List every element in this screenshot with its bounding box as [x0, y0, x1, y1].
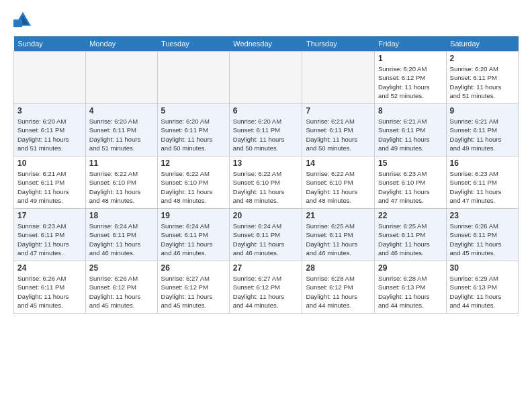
- day-info: Sunrise: 6:20 AM Sunset: 6:11 PM Dayligh…: [233, 117, 299, 152]
- day-number: 30: [450, 263, 515, 273]
- day-info: Sunrise: 6:25 AM Sunset: 6:11 PM Dayligh…: [306, 222, 371, 257]
- week-row-3: 10Sunrise: 6:21 AM Sunset: 6:11 PM Dayli…: [14, 156, 519, 209]
- day-info: Sunrise: 6:25 AM Sunset: 6:11 PM Dayligh…: [378, 222, 443, 257]
- calendar-cell: 26Sunrise: 6:27 AM Sunset: 6:12 PM Dayli…: [157, 261, 229, 314]
- day-number: 22: [378, 211, 443, 220]
- calendar-cell: 17Sunrise: 6:23 AM Sunset: 6:11 PM Dayli…: [14, 209, 86, 261]
- day-info: Sunrise: 6:20 AM Sunset: 6:11 PM Dayligh…: [17, 117, 82, 152]
- calendar-cell: [229, 52, 302, 104]
- day-number: 18: [89, 211, 154, 220]
- day-number: 27: [233, 263, 299, 273]
- day-number: 13: [233, 158, 299, 168]
- day-info: Sunrise: 6:22 AM Sunset: 6:10 PM Dayligh…: [89, 169, 154, 205]
- calendar-cell: 3Sunrise: 6:20 AM Sunset: 6:11 PM Daylig…: [14, 104, 86, 156]
- day-info: Sunrise: 6:24 AM Sunset: 6:11 PM Dayligh…: [89, 222, 154, 257]
- day-number: 28: [306, 263, 371, 273]
- weekday-header-sunday: Sunday: [14, 36, 86, 52]
- day-number: 7: [306, 106, 371, 116]
- logo: [13, 11, 35, 30]
- calendar-cell: [85, 52, 157, 104]
- calendar-cell: [14, 52, 86, 104]
- day-number: 16: [450, 158, 515, 168]
- calendar-cell: 12Sunrise: 6:22 AM Sunset: 6:10 PM Dayli…: [157, 156, 229, 209]
- day-info: Sunrise: 6:24 AM Sunset: 6:11 PM Dayligh…: [161, 222, 226, 257]
- calendar-cell: 16Sunrise: 6:23 AM Sunset: 6:11 PM Dayli…: [446, 156, 518, 209]
- day-number: 23: [450, 211, 515, 220]
- calendar-cell: 21Sunrise: 6:25 AM Sunset: 6:11 PM Dayli…: [302, 209, 375, 261]
- calendar-cell: 28Sunrise: 6:28 AM Sunset: 6:12 PM Dayli…: [302, 261, 375, 314]
- weekday-header-wednesday: Wednesday: [229, 36, 302, 52]
- calendar-cell: 27Sunrise: 6:27 AM Sunset: 6:12 PM Dayli…: [229, 261, 302, 314]
- day-info: Sunrise: 6:29 AM Sunset: 6:13 PM Dayligh…: [450, 274, 515, 310]
- calendar-cell: 30Sunrise: 6:29 AM Sunset: 6:13 PM Dayli…: [446, 261, 518, 314]
- day-number: 3: [17, 106, 82, 116]
- day-info: Sunrise: 6:23 AM Sunset: 6:11 PM Dayligh…: [450, 169, 515, 205]
- day-info: Sunrise: 6:21 AM Sunset: 6:11 PM Dayligh…: [450, 117, 515, 152]
- calendar-cell: [157, 52, 229, 104]
- day-number: 15: [378, 158, 443, 168]
- day-number: 5: [161, 106, 226, 116]
- calendar-cell: 22Sunrise: 6:25 AM Sunset: 6:11 PM Dayli…: [375, 209, 447, 261]
- calendar-cell: 11Sunrise: 6:22 AM Sunset: 6:10 PM Dayli…: [85, 156, 157, 209]
- day-number: 19: [161, 211, 226, 220]
- day-info: Sunrise: 6:23 AM Sunset: 6:11 PM Dayligh…: [17, 222, 82, 257]
- calendar-cell: 14Sunrise: 6:22 AM Sunset: 6:10 PM Dayli…: [302, 156, 375, 209]
- day-number: 6: [233, 106, 299, 116]
- weekday-header-thursday: Thursday: [302, 36, 375, 52]
- calendar-cell: [302, 52, 375, 104]
- header: [13, 11, 519, 30]
- day-info: Sunrise: 6:20 AM Sunset: 6:11 PM Dayligh…: [89, 117, 154, 152]
- calendar-cell: 20Sunrise: 6:24 AM Sunset: 6:11 PM Dayli…: [229, 209, 302, 261]
- calendar-cell: 18Sunrise: 6:24 AM Sunset: 6:11 PM Dayli…: [85, 209, 157, 261]
- day-number: 21: [306, 211, 371, 220]
- weekday-header-saturday: Saturday: [446, 36, 518, 52]
- day-info: Sunrise: 6:26 AM Sunset: 6:11 PM Dayligh…: [17, 274, 82, 310]
- calendar-cell: 15Sunrise: 6:23 AM Sunset: 6:10 PM Dayli…: [375, 156, 447, 209]
- week-row-2: 3Sunrise: 6:20 AM Sunset: 6:11 PM Daylig…: [14, 104, 519, 156]
- day-info: Sunrise: 6:22 AM Sunset: 6:10 PM Dayligh…: [306, 169, 371, 205]
- weekday-header-tuesday: Tuesday: [157, 36, 229, 52]
- day-number: 9: [450, 106, 515, 116]
- calendar-cell: 8Sunrise: 6:21 AM Sunset: 6:11 PM Daylig…: [375, 104, 447, 156]
- logo-icon: [13, 11, 32, 30]
- calendar-cell: 4Sunrise: 6:20 AM Sunset: 6:11 PM Daylig…: [85, 104, 157, 156]
- calendar-cell: 25Sunrise: 6:26 AM Sunset: 6:12 PM Dayli…: [85, 261, 157, 314]
- calendar-cell: 13Sunrise: 6:22 AM Sunset: 6:10 PM Dayli…: [229, 156, 302, 209]
- day-info: Sunrise: 6:24 AM Sunset: 6:11 PM Dayligh…: [233, 222, 299, 257]
- day-number: 1: [378, 54, 443, 63]
- day-number: 12: [161, 158, 226, 168]
- day-info: Sunrise: 6:28 AM Sunset: 6:13 PM Dayligh…: [378, 274, 443, 310]
- day-info: Sunrise: 6:22 AM Sunset: 6:10 PM Dayligh…: [161, 169, 226, 205]
- day-number: 25: [89, 263, 154, 273]
- day-info: Sunrise: 6:20 AM Sunset: 6:11 PM Dayligh…: [161, 117, 226, 152]
- day-number: 10: [17, 158, 82, 168]
- week-row-1: 1Sunrise: 6:20 AM Sunset: 6:12 PM Daylig…: [14, 52, 519, 104]
- weekday-header-friday: Friday: [375, 36, 447, 52]
- calendar-cell: 9Sunrise: 6:21 AM Sunset: 6:11 PM Daylig…: [446, 104, 518, 156]
- day-number: 14: [306, 158, 371, 168]
- calendar-cell: 7Sunrise: 6:21 AM Sunset: 6:11 PM Daylig…: [302, 104, 375, 156]
- day-info: Sunrise: 6:20 AM Sunset: 6:11 PM Dayligh…: [450, 64, 515, 100]
- day-number: 24: [17, 263, 82, 273]
- day-number: 4: [89, 106, 154, 116]
- day-info: Sunrise: 6:23 AM Sunset: 6:10 PM Dayligh…: [378, 169, 443, 205]
- calendar-cell: 5Sunrise: 6:20 AM Sunset: 6:11 PM Daylig…: [157, 104, 229, 156]
- day-info: Sunrise: 6:22 AM Sunset: 6:10 PM Dayligh…: [233, 169, 299, 205]
- calendar-table: SundayMondayTuesdayWednesdayThursdayFrid…: [13, 36, 519, 314]
- svg-rect-2: [13, 19, 22, 27]
- day-info: Sunrise: 6:27 AM Sunset: 6:12 PM Dayligh…: [233, 274, 299, 310]
- week-row-4: 17Sunrise: 6:23 AM Sunset: 6:11 PM Dayli…: [14, 209, 519, 261]
- calendar-cell: 6Sunrise: 6:20 AM Sunset: 6:11 PM Daylig…: [229, 104, 302, 156]
- calendar-cell: 10Sunrise: 6:21 AM Sunset: 6:11 PM Dayli…: [14, 156, 86, 209]
- weekday-header-monday: Monday: [85, 36, 157, 52]
- day-number: 20: [233, 211, 299, 220]
- calendar-cell: 24Sunrise: 6:26 AM Sunset: 6:11 PM Dayli…: [14, 261, 86, 314]
- day-info: Sunrise: 6:21 AM Sunset: 6:11 PM Dayligh…: [17, 169, 82, 205]
- day-info: Sunrise: 6:21 AM Sunset: 6:11 PM Dayligh…: [306, 117, 371, 152]
- day-info: Sunrise: 6:20 AM Sunset: 6:12 PM Dayligh…: [378, 64, 443, 100]
- day-number: 26: [161, 263, 226, 273]
- calendar-cell: 19Sunrise: 6:24 AM Sunset: 6:11 PM Dayli…: [157, 209, 229, 261]
- calendar-cell: 1Sunrise: 6:20 AM Sunset: 6:12 PM Daylig…: [375, 52, 447, 104]
- day-number: 17: [17, 211, 82, 220]
- calendar-cell: 29Sunrise: 6:28 AM Sunset: 6:13 PM Dayli…: [375, 261, 447, 314]
